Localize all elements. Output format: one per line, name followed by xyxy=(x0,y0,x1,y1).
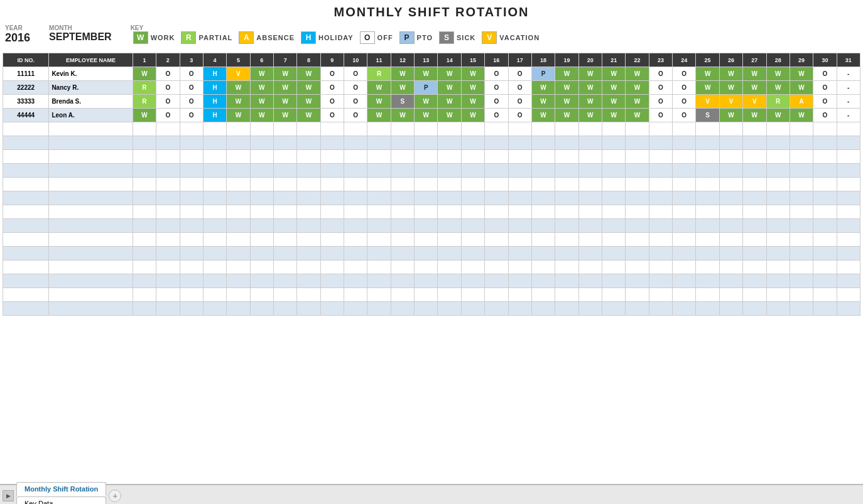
empty-cell xyxy=(415,164,438,178)
empty-cell xyxy=(649,302,672,316)
day-cell-11: W xyxy=(367,109,391,122)
day-cell-24: O xyxy=(673,81,696,95)
empty-cell xyxy=(578,136,602,150)
day-cell-16: O xyxy=(485,67,508,81)
empty-cell xyxy=(227,260,250,274)
empty-cell xyxy=(320,260,344,274)
empty-cell xyxy=(531,150,555,164)
empty-cell xyxy=(156,219,180,233)
empty-cell xyxy=(649,247,672,260)
empty-cell xyxy=(273,219,296,233)
empty-cell xyxy=(719,178,742,191)
empty-cell xyxy=(250,274,273,288)
empty-cell xyxy=(531,122,555,136)
col-header-day-22: 22 xyxy=(626,53,649,67)
empty-cell xyxy=(3,150,49,164)
empty-cell xyxy=(227,219,250,233)
empty-cell xyxy=(180,247,203,260)
empty-cell xyxy=(602,247,625,260)
empty-cell xyxy=(555,233,578,247)
empty-cell xyxy=(49,260,133,274)
day-cell-20: W xyxy=(578,95,602,109)
legend-box-h: H xyxy=(301,31,316,44)
day-cell-9: O xyxy=(320,67,344,81)
empty-cell xyxy=(673,122,696,136)
empty-cell xyxy=(555,274,578,288)
employee-name: Leon A. xyxy=(49,109,133,122)
empty-cell xyxy=(719,122,742,136)
empty-cell xyxy=(133,205,156,219)
empty-cell xyxy=(790,205,813,219)
day-cell-26: W xyxy=(719,81,742,95)
empty-cell xyxy=(743,191,766,205)
legend-box-s: S xyxy=(439,31,454,44)
tab-nav-button[interactable]: ▶ xyxy=(3,490,14,501)
empty-cell xyxy=(156,247,180,260)
legend-item-s: S SICK xyxy=(439,31,475,44)
day-cell-25: W xyxy=(696,81,719,95)
empty-cell xyxy=(344,260,367,274)
empty-cell xyxy=(320,219,344,233)
empty-cell xyxy=(391,178,414,191)
empty-cell xyxy=(320,302,344,316)
day-cell-25: V xyxy=(696,95,719,109)
empty-cell xyxy=(461,150,484,164)
year-value: 2016 xyxy=(5,31,30,45)
empty-cell xyxy=(180,136,203,150)
empty-cell xyxy=(626,247,649,260)
empty-cell xyxy=(227,247,250,260)
day-cell-27: W xyxy=(743,81,766,95)
empty-cell xyxy=(367,288,391,302)
empty-cell xyxy=(250,247,273,260)
day-cell-14: W xyxy=(438,67,461,81)
empty-cell xyxy=(3,219,49,233)
empty-cell xyxy=(485,247,508,260)
empty-cell xyxy=(461,122,484,136)
tab-monthly-shift-rotation[interactable]: Monthly Shift Rotation xyxy=(16,482,106,496)
legend-label-p: PTO xyxy=(417,34,433,41)
day-cell-7: W xyxy=(273,109,296,122)
day-cell-30: O xyxy=(813,67,837,81)
col-header-day-6: 6 xyxy=(250,53,273,67)
empty-cell xyxy=(485,150,508,164)
empty-cell xyxy=(837,205,860,219)
day-cell-4: H xyxy=(203,67,226,81)
day-cell-10: O xyxy=(344,81,367,95)
col-header-day-30: 30 xyxy=(813,53,837,67)
empty-cell xyxy=(273,233,296,247)
empty-cell xyxy=(3,164,49,178)
empty-cell xyxy=(813,260,837,274)
day-cell-24: O xyxy=(673,95,696,109)
day-cell-5: V xyxy=(227,67,250,81)
empty-cell xyxy=(367,178,391,191)
day-cell-29: W xyxy=(790,109,813,122)
empty-cell xyxy=(555,219,578,233)
empty-cell xyxy=(3,136,49,150)
tab-key-data[interactable]: Key Data xyxy=(16,496,106,505)
empty-cell xyxy=(297,233,320,247)
empty-cell xyxy=(790,233,813,247)
day-cell-29: A xyxy=(790,95,813,109)
tab-add-button[interactable]: + xyxy=(109,490,121,502)
empty-cell xyxy=(391,164,414,178)
col-header-id: ID NO. xyxy=(3,53,49,67)
empty-cell xyxy=(508,274,531,288)
empty-cell xyxy=(133,136,156,150)
empty-cell xyxy=(673,178,696,191)
day-cell-30: O xyxy=(813,109,837,122)
empty-cell xyxy=(320,150,344,164)
employee-name: Nancy R. xyxy=(49,81,133,95)
empty-cell xyxy=(180,288,203,302)
empty-cell xyxy=(461,178,484,191)
empty-cell xyxy=(320,233,344,247)
empty-cell xyxy=(555,288,578,302)
empty-cell xyxy=(133,274,156,288)
empty-cell xyxy=(837,191,860,205)
empty-cell xyxy=(790,191,813,205)
empty-cell xyxy=(203,302,226,316)
empty-cell xyxy=(578,122,602,136)
year-label: YEAR xyxy=(5,24,30,31)
empty-cell xyxy=(719,233,742,247)
empty-cell xyxy=(626,178,649,191)
empty-cell xyxy=(531,219,555,233)
